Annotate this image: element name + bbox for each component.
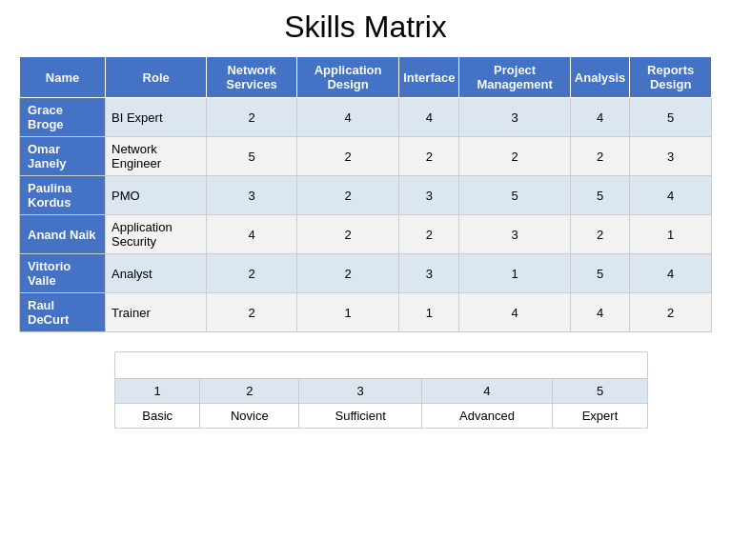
legend-table: Legend 12345 BasicNoviceSufficientAdvanc… (114, 351, 648, 429)
cell-role: BI Expert (106, 98, 207, 137)
cell-analysis: 4 (570, 98, 629, 137)
cell-projmgmt: 3 (459, 98, 570, 137)
cell-reports: 1 (630, 215, 712, 254)
legend-label: Advanced (421, 404, 552, 429)
skills-matrix-table: Name Role Network Services Application D… (19, 56, 712, 332)
col-header-interface: Interface (399, 57, 459, 98)
legend-labels-row: BasicNoviceSufficientAdvancedExpert (115, 404, 648, 429)
legend-number: 4 (421, 379, 552, 404)
cell-name: Vittorio Vaile (20, 254, 106, 293)
cell-projmgmt: 1 (459, 254, 570, 293)
cell-projmgmt: 3 (459, 215, 570, 254)
table-row: Grace BrogeBI Expert244345 (20, 98, 712, 137)
cell-interface: 1 (399, 293, 459, 332)
cell-appdesign: 4 (296, 98, 398, 137)
legend-number: 5 (553, 379, 648, 404)
cell-name: Raul DeCurt (20, 293, 106, 332)
cell-interface: 4 (399, 98, 459, 137)
legend-title: Legend (115, 352, 648, 379)
cell-network: 2 (207, 293, 297, 332)
cell-appdesign: 2 (296, 215, 398, 254)
legend-number: 3 (299, 379, 422, 404)
cell-role: Trainer (106, 293, 207, 332)
col-header-network: Network Services (207, 57, 297, 98)
cell-role: PMO (106, 176, 207, 215)
cell-analysis: 2 (570, 137, 629, 176)
cell-name: Paulina Kordus (20, 176, 106, 215)
cell-reports: 3 (630, 137, 712, 176)
cell-projmgmt: 5 (459, 176, 570, 215)
legend-number: 1 (115, 379, 200, 404)
col-header-name: Name (20, 57, 106, 98)
cell-network: 5 (207, 137, 297, 176)
cell-reports: 4 (630, 254, 712, 293)
legend-section: Legend 12345 BasicNoviceSufficientAdvanc… (114, 351, 648, 429)
col-header-reports: Reports Design (630, 57, 712, 98)
cell-appdesign: 2 (296, 176, 398, 215)
cell-reports: 4 (630, 176, 712, 215)
cell-network: 4 (207, 215, 297, 254)
col-header-role: Role (106, 57, 207, 98)
col-header-analysis: Analysis (570, 57, 629, 98)
legend-numbers-row: 12345 (115, 379, 648, 404)
cell-interface: 3 (399, 254, 459, 293)
table-row: Paulina KordusPMO323554 (20, 176, 712, 215)
legend-label: Sufficient (299, 404, 422, 429)
cell-name: Omar Janely (20, 137, 106, 176)
cell-network: 2 (207, 254, 297, 293)
page-title: Skills Matrix (19, 10, 712, 45)
cell-analysis: 4 (570, 293, 629, 332)
cell-interface: 3 (399, 176, 459, 215)
col-header-projmgmt: Project Management (459, 57, 570, 98)
cell-interface: 2 (399, 137, 459, 176)
legend-number: 2 (200, 379, 299, 404)
cell-name: Grace Broge (20, 98, 106, 137)
cell-network: 2 (207, 98, 297, 137)
cell-projmgmt: 4 (459, 293, 570, 332)
table-row: Anand NaikApplication Security422321 (20, 215, 712, 254)
cell-analysis: 5 (570, 254, 629, 293)
table-row: Vittorio VaileAnalyst223154 (20, 254, 712, 293)
cell-network: 3 (207, 176, 297, 215)
cell-reports: 2 (630, 293, 712, 332)
legend-label: Novice (200, 404, 299, 429)
cell-analysis: 2 (570, 215, 629, 254)
cell-appdesign: 1 (296, 293, 398, 332)
cell-name: Anand Naik (20, 215, 106, 254)
cell-role: Network Engineer (106, 137, 207, 176)
table-row: Omar JanelyNetwork Engineer522223 (20, 137, 712, 176)
cell-role: Application Security (106, 215, 207, 254)
table-row: Raul DeCurtTrainer211442 (20, 293, 712, 332)
cell-analysis: 5 (570, 176, 629, 215)
cell-appdesign: 2 (296, 137, 398, 176)
cell-projmgmt: 2 (459, 137, 570, 176)
legend-label: Basic (115, 404, 200, 429)
cell-appdesign: 2 (296, 254, 398, 293)
col-header-appdesign: Application Design (296, 57, 398, 98)
cell-interface: 2 (399, 215, 459, 254)
cell-reports: 5 (630, 98, 712, 137)
cell-role: Analyst (106, 254, 207, 293)
legend-label: Expert (553, 404, 648, 429)
